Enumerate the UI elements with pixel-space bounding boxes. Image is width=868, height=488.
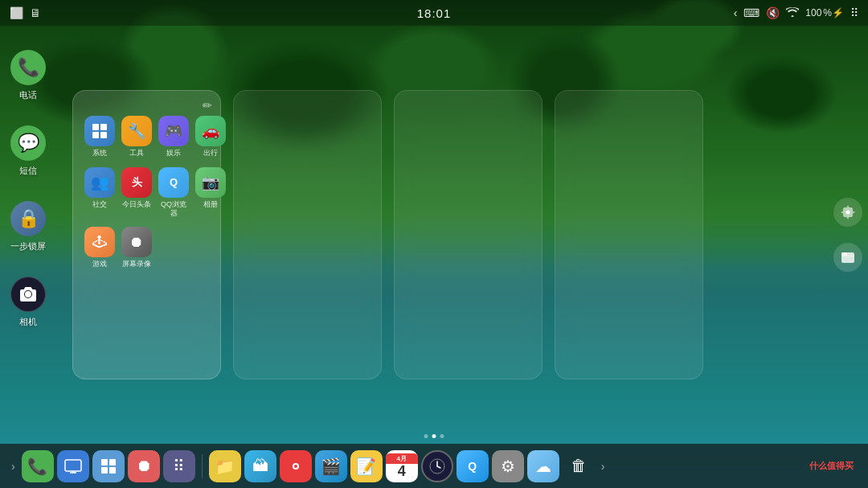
sidebar-lock[interactable]: 🔒 一步锁屏 <box>10 201 46 252</box>
desktop-page-4[interactable] <box>555 90 703 379</box>
wifi-icon <box>786 6 799 19</box>
page-indicator <box>424 434 444 438</box>
file-manager-button[interactable] <box>833 243 862 272</box>
screenrecord-icon: ⏺ <box>121 227 152 257</box>
page-dot-2 <box>432 434 436 438</box>
folder-item-photo[interactable]: 📷 相册 <box>194 164 227 221</box>
dock-photos[interactable]: 🏔 <box>244 450 276 482</box>
main-content: ✏ 系统 🔧 工具 🎮 娱乐 <box>56 26 868 444</box>
svg-rect-13 <box>101 467 108 474</box>
tools-icon: 🔧 <box>121 116 152 146</box>
status-time: 18:01 <box>417 6 452 20</box>
settings-button[interactable] <box>833 198 862 227</box>
status-bar: ⬜ 🖥 18:01 ‹ ⌨ 🔇 100 %⚡ ⠿ <box>0 0 868 26</box>
brand-text: 什么值得买 <box>809 460 854 472</box>
svg-rect-11 <box>101 459 108 465</box>
tools-label: 工具 <box>129 149 144 158</box>
toutiao-icon: 头 <box>121 167 152 198</box>
svg-rect-7 <box>841 252 847 256</box>
dock-apps[interactable]: ⠿ <box>163 450 195 482</box>
phone-icon: 📞 <box>10 50 46 85</box>
toutiao-label: 今日头条 <box>122 200 151 209</box>
entertainment-label: 娱乐 <box>166 149 181 158</box>
photo-icon: 📷 <box>195 167 226 198</box>
sound-icon[interactable]: 🔇 <box>766 6 780 19</box>
camera-icon <box>10 277 46 312</box>
dock-notes[interactable]: 📝 <box>350 450 383 482</box>
games-label: 游戏 <box>92 260 107 269</box>
sidebar-phone[interactable]: 📞 电话 <box>10 50 46 101</box>
svg-rect-1 <box>92 124 99 130</box>
system-icon <box>84 116 115 146</box>
sidebar-camera[interactable]: 相机 <box>10 277 46 328</box>
folder-item-tools[interactable]: 🔧 工具 <box>120 113 154 161</box>
battery-icon: 100 %⚡ <box>805 7 844 18</box>
status-right: ‹ ⌨ 🔇 100 %⚡ ⠿ <box>734 6 858 19</box>
qqbrowser-label: QQ浏览器 <box>158 200 189 218</box>
games-icon: 🕹 <box>84 227 115 257</box>
dock-trash[interactable]: 🗑 <box>563 450 595 482</box>
dock: › 📞 ⏺ ⠿ 📁 🏔 🎬 📝 4月 4 <box>0 444 868 488</box>
dock-videos[interactable]: 🎬 <box>315 450 347 482</box>
message-label: 短信 <box>19 165 37 177</box>
folder-card: ✏ 系统 🔧 工具 🎮 娱乐 <box>72 90 221 379</box>
svg-rect-8 <box>65 460 81 471</box>
brand-label[interactable]: 什么值得买 <box>809 460 860 472</box>
photo-label: 相册 <box>203 200 218 209</box>
dock-divider-1 <box>202 454 203 478</box>
sidebar-messages[interactable]: 💬 短信 <box>10 125 46 177</box>
phone-label: 电话 <box>19 89 37 101</box>
dock-record[interactable]: ⏺ <box>128 450 160 482</box>
desktop-page-3[interactable] <box>394 90 542 379</box>
dock-qqbrowser[interactable]: Q <box>457 450 489 482</box>
dock-cloud[interactable]: ☁ <box>527 450 559 482</box>
folder-item-toutiao[interactable]: 头 今日头条 <box>120 164 154 221</box>
dock-music[interactable] <box>280 450 312 482</box>
system-label: 系统 <box>92 149 107 158</box>
entertainment-icon: 🎮 <box>158 116 189 146</box>
lock-icon: 🔒 <box>10 201 46 236</box>
folder-item-social[interactable]: 👥 社交 <box>83 164 117 221</box>
dock-settings[interactable]: ⚙ <box>492 450 524 482</box>
left-sidebar: 📞 电话 💬 短信 🔒 一步锁屏 相机 <box>0 26 56 444</box>
svg-rect-14 <box>109 467 116 474</box>
svg-rect-4 <box>100 132 107 138</box>
svg-point-0 <box>25 291 31 297</box>
lock-label: 一步锁屏 <box>10 240 46 252</box>
screen-record-icon: ⬜ <box>10 6 23 19</box>
folder-item-travel[interactable]: 🚗 出行 <box>194 113 227 161</box>
dock-left-arrow[interactable]: › <box>8 460 18 473</box>
social-label: 社交 <box>92 200 107 209</box>
svg-rect-3 <box>92 132 99 138</box>
qqbrowser-icon: Q <box>158 167 189 198</box>
dock-screen[interactable] <box>57 450 89 482</box>
social-icon: 👥 <box>84 167 115 198</box>
folder-item-screenrecord[interactable]: ⏺ 屏幕录像 <box>120 223 154 272</box>
screenrecord-label: 屏幕录像 <box>122 260 151 269</box>
dock-phone[interactable]: 📞 <box>22 450 54 482</box>
desktop-page-2[interactable] <box>233 90 382 379</box>
camera-label: 相机 <box>19 316 37 328</box>
folder-item-qqbrowser[interactable]: Q QQ浏览器 <box>157 164 190 221</box>
dock-files[interactable]: 📁 <box>209 450 241 482</box>
app-grid-icon[interactable]: ⠿ <box>850 6 858 19</box>
svg-point-17 <box>294 465 297 468</box>
status-left: ⬜ 🖥 <box>10 6 41 19</box>
svg-rect-12 <box>109 459 116 465</box>
keyboard-icon[interactable]: ⌨ <box>743 6 760 19</box>
right-sidebar <box>828 26 868 444</box>
dock-clock[interactable] <box>421 450 453 482</box>
dock-browser[interactable] <box>92 450 125 482</box>
dock-calendar[interactable]: 4月 4 <box>386 450 418 482</box>
edit-folder-button[interactable]: ✏ <box>203 99 212 112</box>
folder-item-entertainment[interactable]: 🎮 娱乐 <box>157 113 190 161</box>
message-icon: 💬 <box>10 125 46 161</box>
page-dot-3 <box>440 434 444 438</box>
folder-item-games[interactable]: 🕹 游戏 <box>83 223 117 272</box>
folder-item-system[interactable]: 系统 <box>83 113 117 161</box>
svg-rect-2 <box>100 124 107 130</box>
dock-right-arrow[interactable]: › <box>598 460 608 473</box>
folder-grid-row1: 系统 🔧 工具 🎮 娱乐 🚗 出行 👥 社交 头 今日头条 <box>83 113 211 272</box>
back-nav-icon[interactable]: ‹ <box>734 6 738 19</box>
display-icon: 🖥 <box>30 6 41 19</box>
